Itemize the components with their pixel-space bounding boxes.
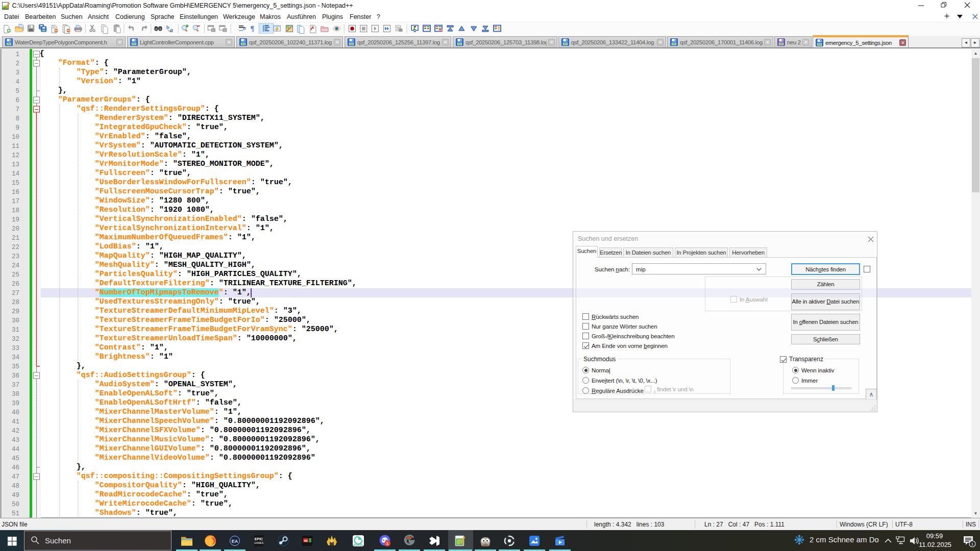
svg-text:EA: EA [232,539,238,544]
svg-text:¶: ¶ [251,25,255,33]
svg-text:SOVOL: SOVOL [353,543,363,546]
svg-text:1: 1 [971,542,974,546]
svg-text:GAMES: GAMES [254,541,264,544]
svg-text:a: a [170,27,173,34]
svg-text:1: 1 [386,541,389,546]
svg-text:EPIC: EPIC [255,537,263,541]
svg-text:m: m [304,539,307,542]
svg-text:b: b [166,24,169,30]
